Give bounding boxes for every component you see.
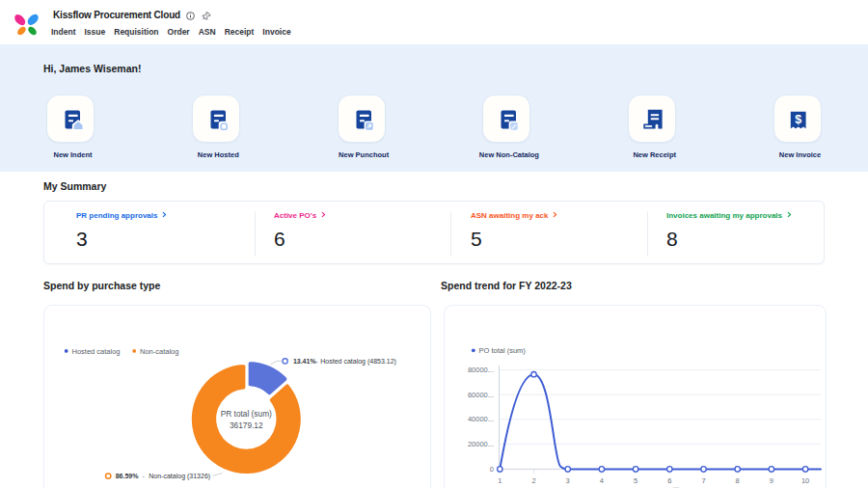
svg-text:2: 2 bbox=[531, 476, 535, 485]
svg-text:Non-catalog: Non-catalog bbox=[140, 347, 178, 356]
svg-text:-: - bbox=[316, 358, 319, 365]
svg-text:8: 8 bbox=[736, 476, 740, 485]
svg-text:4: 4 bbox=[600, 476, 604, 485]
svg-text:3: 3 bbox=[566, 476, 570, 485]
svg-text:$: $ bbox=[795, 113, 801, 126]
svg-text:Non-catalog (31326): Non-catalog (31326) bbox=[149, 473, 210, 480]
svg-text:86.59%: 86.59% bbox=[116, 473, 140, 479]
svg-text:PO total (sum): PO total (sum) bbox=[479, 346, 527, 355]
svg-text:6: 6 bbox=[667, 476, 671, 485]
svg-text:9: 9 bbox=[770, 476, 773, 485]
svg-text:Hosted catalog (4853.12): Hosted catalog (4853.12) bbox=[320, 358, 396, 366]
svg-text:36179.12: 36179.12 bbox=[230, 420, 263, 430]
svg-text:0: 0 bbox=[490, 465, 494, 474]
svg-text:1: 1 bbox=[498, 476, 502, 485]
svg-text:PR total (sum): PR total (sum) bbox=[221, 409, 272, 419]
svg-text:...: ... bbox=[673, 481, 679, 488]
svg-text:7: 7 bbox=[701, 476, 705, 485]
svg-text:-: - bbox=[143, 473, 146, 479]
svg-text:13.41%: 13.41% bbox=[293, 358, 317, 365]
svg-text:80000...: 80000... bbox=[468, 366, 494, 374]
svg-text:10: 10 bbox=[801, 476, 809, 485]
svg-text:60000...: 60000... bbox=[468, 391, 494, 399]
svg-text:Hosted catalog: Hosted catalog bbox=[72, 347, 121, 356]
svg-text:40000...: 40000... bbox=[468, 415, 494, 423]
svg-text:20000...: 20000... bbox=[468, 440, 494, 448]
svg-text:5: 5 bbox=[634, 476, 637, 485]
